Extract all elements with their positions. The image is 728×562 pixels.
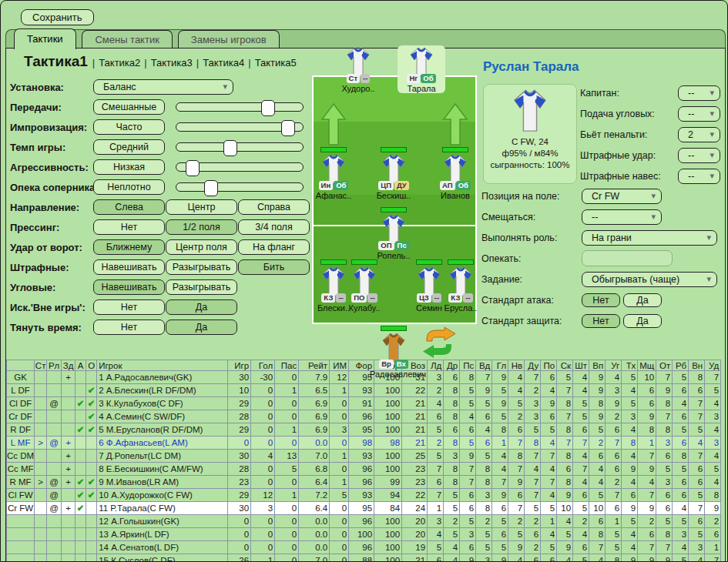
set-piece-dropdown[interactable]: -- bbox=[678, 148, 720, 163]
option-button[interactable]: На фланг bbox=[238, 239, 310, 255]
setting-slider[interactable] bbox=[176, 102, 304, 112]
setting-value-button[interactable]: Средний bbox=[93, 139, 165, 155]
column-header[interactable]: Ду bbox=[525, 360, 541, 371]
field-player-Бескиш[interactable]: ЦПДУБескиш.. bbox=[370, 147, 418, 200]
save-button[interactable]: Сохранить bbox=[21, 9, 94, 25]
set-piece-dropdown[interactable]: -- bbox=[678, 169, 720, 184]
field-player-Афанас[interactable]: ИнОбАфанас.. bbox=[310, 102, 357, 200]
tactic-tab-current[interactable]: Тактика1 bbox=[24, 53, 88, 69]
set-piece-dropdown[interactable]: -- bbox=[678, 106, 720, 122]
slider-thumb[interactable] bbox=[261, 100, 275, 116]
option-button[interactable]: Навешивать bbox=[93, 259, 165, 275]
column-header[interactable]: От bbox=[656, 360, 673, 371]
setting-slider[interactable] bbox=[176, 162, 304, 172]
table-row-player-6[interactable]: L MF>@+6 Ф.Афанасьев(L AM)0000.009898212… bbox=[7, 437, 721, 450]
option-button[interactable]: Нет bbox=[93, 319, 165, 335]
column-header[interactable]: По bbox=[541, 360, 557, 371]
table-row-player-10[interactable]: Cl FW@✔✔10 А.Худорожко(C FW)291217.25939… bbox=[7, 489, 721, 502]
column-header[interactable]: Уд bbox=[705, 360, 721, 371]
yes-no-button[interactable]: Да bbox=[623, 293, 662, 307]
option-button[interactable]: Навешивать bbox=[93, 279, 165, 295]
tab-substitutions[interactable]: Замены игроков bbox=[178, 30, 280, 49]
option-button[interactable]: Да bbox=[166, 319, 237, 335]
table-row-player-2[interactable]: L DF✔2 А.Блескин(LR DF/DM)10016.51931002… bbox=[7, 384, 721, 397]
swap-players-icon[interactable] bbox=[421, 327, 457, 361]
column-header[interactable]: Тх bbox=[622, 360, 638, 371]
column-header[interactable]: Нв bbox=[508, 360, 525, 371]
setting-slider[interactable] bbox=[176, 182, 304, 192]
column-header[interactable] bbox=[7, 360, 35, 371]
instruction-dropdown[interactable]: Обыгрывать (чаще) bbox=[582, 272, 717, 287]
column-header[interactable]: Ст bbox=[35, 360, 47, 371]
option-button[interactable]: Центр поля bbox=[166, 239, 237, 255]
option-button[interactable]: 3/4 поля bbox=[238, 219, 310, 235]
slider-thumb[interactable] bbox=[223, 140, 237, 156]
column-header[interactable]: Пс bbox=[460, 360, 476, 371]
field-player-Кулабу[interactable]: ПО--Кулабу.. bbox=[341, 259, 388, 313]
column-header[interactable]: Шт bbox=[573, 360, 589, 371]
column-header[interactable]: Ск bbox=[557, 360, 573, 371]
instruction-dropdown[interactable]: На грани bbox=[582, 230, 717, 246]
table-row-player-1[interactable]: GK+1 А.Радосавлевич(GK)30-3007.912951003… bbox=[7, 371, 721, 384]
yes-no-button[interactable]: Нет bbox=[582, 293, 620, 307]
column-header[interactable]: Зд bbox=[62, 360, 75, 371]
slider-thumb[interactable] bbox=[186, 160, 200, 176]
yes-no-button[interactable]: Нет bbox=[582, 314, 620, 328]
tab-tactics[interactable]: Тактики bbox=[14, 28, 76, 49]
option-button[interactable]: Бить bbox=[238, 259, 310, 275]
column-header[interactable]: Вп bbox=[589, 360, 606, 371]
option-button[interactable]: Разыгрывать bbox=[166, 279, 237, 295]
column-header[interactable]: Др bbox=[444, 360, 460, 371]
mark-player-input[interactable] bbox=[582, 250, 673, 266]
option-button[interactable]: Нет bbox=[93, 219, 165, 235]
set-piece-dropdown[interactable]: -- bbox=[678, 85, 720, 101]
setup-dropdown[interactable]: Баланс bbox=[93, 79, 233, 95]
field-player-Иванов[interactable]: АПОбИванов bbox=[431, 102, 479, 200]
slider-thumb[interactable] bbox=[204, 180, 218, 196]
field-player-Ропель[interactable]: ОППсРопель.. bbox=[370, 207, 418, 260]
table-row-player-14[interactable]: 14 А.Сенатов(L DF)0000.00961001954655925… bbox=[7, 541, 721, 554]
set-piece-dropdown[interactable]: 2 bbox=[678, 127, 720, 142]
table-row-player-11[interactable]: Cr FW@+✔11 Р.Тарала(C FW)30306.409584241… bbox=[7, 502, 721, 515]
option-button[interactable]: Да bbox=[166, 299, 237, 315]
tab-tactic-changes[interactable]: Смены тактик bbox=[82, 30, 172, 49]
option-button[interactable]: Разыгрывать bbox=[166, 259, 237, 275]
column-header[interactable]: Рл bbox=[47, 360, 62, 371]
table-row-player-13[interactable]: 13 А.Яркин(L DF)0000.0010010020453565645… bbox=[7, 528, 721, 541]
column-header[interactable]: А bbox=[75, 360, 86, 371]
column-header[interactable]: Игр bbox=[228, 360, 251, 371]
option-button[interactable]: Центр bbox=[166, 199, 237, 215]
column-header[interactable]: О bbox=[86, 360, 97, 371]
table-row-player-9[interactable]: R MF>@+✔✔9 М.Иванов(LR AM)23006.41969923… bbox=[7, 476, 721, 489]
setting-value-button[interactable]: Часто bbox=[93, 119, 165, 135]
column-header[interactable]: Игрок bbox=[97, 360, 228, 371]
option-button[interactable]: 1/2 поля bbox=[166, 219, 237, 235]
setting-value-button[interactable]: Неплотно bbox=[93, 179, 165, 195]
column-header[interactable]: Гл bbox=[492, 360, 508, 371]
field-player-Тарала[interactable]: НгОбТарала bbox=[398, 45, 445, 93]
tactic-tab-3[interactable]: Тактика3 bbox=[151, 57, 193, 69]
field-player-Худоро[interactable]: Ст--Худоро.. bbox=[334, 45, 382, 93]
tactic-tab-4[interactable]: Тактика4 bbox=[203, 57, 244, 69]
option-button[interactable]: Ближнему bbox=[93, 239, 165, 255]
instruction-dropdown[interactable]: -- bbox=[582, 209, 662, 225]
column-header[interactable]: Вд bbox=[476, 360, 492, 371]
tactic-tab-5[interactable]: Тактика5 bbox=[255, 57, 297, 69]
instruction-dropdown[interactable]: Cr FW bbox=[582, 189, 662, 204]
column-header[interactable]: Рб bbox=[673, 360, 689, 371]
table-row-player-4[interactable]: Cr DF✔4 А.Семин(C SW/DF)28006.9096100216… bbox=[7, 410, 721, 423]
column-header[interactable]: Пас bbox=[275, 360, 299, 371]
column-header[interactable]: Лд bbox=[428, 360, 444, 371]
field-player-Ерусла[interactable]: КЗ--Ерусла.. bbox=[437, 259, 485, 313]
column-header[interactable]: Гол bbox=[251, 360, 275, 371]
setting-value-button[interactable]: Низкая bbox=[93, 159, 165, 175]
table-row-player-7[interactable]: Cc DM+7 Д.Ропельт(LC DM)304137.019310025… bbox=[7, 450, 721, 463]
option-button[interactable]: Нет bbox=[93, 299, 165, 315]
option-button[interactable]: Справа bbox=[238, 199, 310, 215]
column-header[interactable]: Вн bbox=[689, 360, 705, 371]
column-header[interactable]: Уг bbox=[606, 360, 622, 371]
setting-slider[interactable] bbox=[176, 142, 304, 152]
setting-slider[interactable] bbox=[176, 122, 304, 132]
tactic-tab-2[interactable]: Тактика2 bbox=[99, 57, 140, 69]
column-header[interactable]: Мщ bbox=[638, 360, 656, 371]
